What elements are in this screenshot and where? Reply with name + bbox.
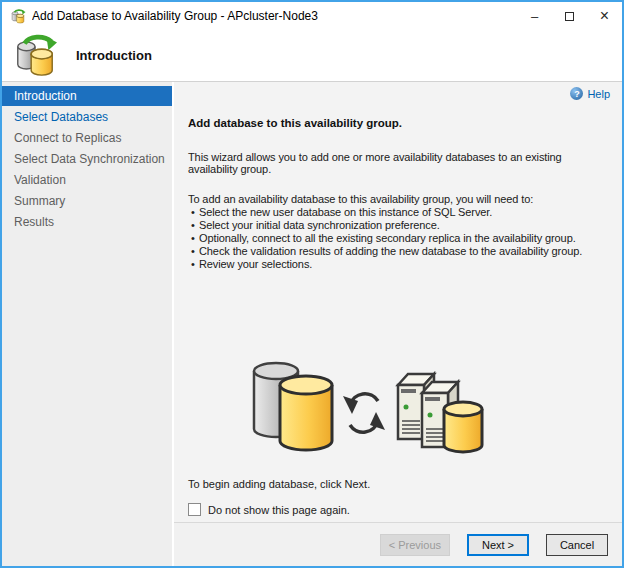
help-icon: ? [570, 87, 583, 100]
wizard-steps-sidebar: Introduction Select Databases Connect to… [2, 82, 174, 566]
do-not-show-checkbox-row[interactable]: Do not show this page again. [188, 503, 610, 516]
begin-instruction: To begin adding database, click Next. [188, 478, 610, 490]
titlebar: Add Database to Availability Group - APc… [2, 2, 622, 30]
help-link[interactable]: ? Help [570, 87, 610, 100]
bullet-icon: • [191, 258, 199, 271]
list-item: •Optionally, connect to all the existing… [188, 232, 610, 245]
previous-button[interactable]: < Previous [380, 534, 450, 556]
checkbox-label: Do not show this page again. [208, 504, 350, 516]
do-not-show-checkbox[interactable] [188, 503, 201, 516]
list-item: •Select the new user database on this in… [188, 206, 610, 219]
list-item: •Check the validation results of adding … [188, 245, 610, 258]
introduction-page: ? Help Add database to this availability… [174, 82, 622, 522]
databases-sync-servers-illustration [240, 355, 490, 464]
sidebar-item-select-databases[interactable]: Select Databases [2, 107, 172, 127]
sidebar-item-select-data-synchronization: Select Data Synchronization [2, 149, 172, 169]
minimize-button[interactable]: – [517, 2, 552, 30]
content-heading: Add database to this availability group. [188, 117, 610, 129]
next-button[interactable]: Next > [467, 534, 529, 556]
sidebar-item-validation: Validation [2, 170, 172, 190]
list-item: •Review your selections. [188, 258, 610, 271]
sidebar-item-summary: Summary [2, 191, 172, 211]
list-item: •Select your initial data synchronizatio… [188, 219, 610, 232]
help-label: Help [587, 88, 610, 100]
window-title: Add Database to Availability Group - APc… [32, 9, 517, 23]
steps-intro: To add an availability database to this … [188, 193, 610, 205]
steps-list: •Select the new user database on this in… [188, 206, 610, 271]
wizard-footer: < Previous Next > Cancel [174, 522, 622, 566]
cancel-button[interactable]: Cancel [546, 534, 608, 556]
sidebar-item-results: Results [2, 212, 172, 232]
wizard-header: Introduction [2, 30, 622, 82]
bullet-icon: • [191, 245, 199, 258]
app-icon [10, 9, 26, 24]
bullet-icon: • [191, 206, 199, 219]
maximize-button[interactable] [552, 2, 587, 30]
page-title: Introduction [76, 48, 152, 63]
database-sync-icon [12, 34, 58, 78]
bullet-icon: • [191, 232, 199, 245]
sidebar-item-connect-to-replicas: Connect to Replicas [2, 128, 172, 148]
maximize-icon [565, 12, 574, 21]
sidebar-item-introduction[interactable]: Introduction [2, 86, 172, 106]
bullet-icon: • [191, 219, 199, 232]
intro-paragraph: This wizard allows you to add one or mor… [188, 151, 610, 175]
wizard-window: Add Database to Availability Group - APc… [0, 0, 624, 568]
close-button[interactable]: × [587, 2, 622, 30]
